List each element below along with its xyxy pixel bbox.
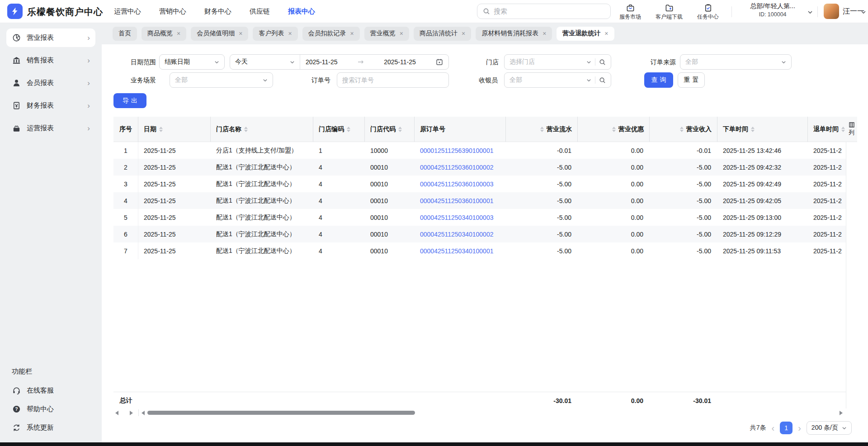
page-size-select[interactable]: 200 条/页 (807, 421, 852, 435)
scene-select[interactable]: 全部 (170, 72, 273, 88)
column-header-日期[interactable]: 日期 (138, 117, 211, 142)
column-settings-button[interactable]: 列 (846, 117, 857, 142)
store-select[interactable]: 选择门店 (504, 54, 611, 70)
sidebar-footer-item-系统更新[interactable]: 系统更新 (0, 418, 102, 437)
cell-门店名称: 配送1（宁波江北配送中心） (211, 247, 313, 255)
tab-营业概览[interactable]: 营业概览× (364, 27, 409, 41)
order-number-link[interactable]: 000042511250360100002 (415, 164, 506, 171)
sort-icon[interactable] (159, 127, 163, 132)
date-end-value[interactable]: 2025-11-25 (384, 58, 416, 66)
order-number-link[interactable]: 000042511250360100001 (415, 197, 506, 204)
cashier-select[interactable]: 全部 (504, 72, 611, 88)
tab-商品概览[interactable]: 商品概览× (142, 27, 186, 41)
scrollbar-thumb[interactable] (147, 411, 415, 415)
tab-首页[interactable]: 首页 (113, 27, 137, 41)
close-icon[interactable]: × (350, 30, 354, 37)
sidebar-footer: 功能栏 在线客服?帮助中心系统更新 (0, 367, 102, 437)
sidebar-item-财务报表[interactable]: 财务报表› (6, 96, 95, 115)
org-switcher[interactable]: 总部/年轻人第... ID: 100004 (739, 2, 807, 18)
search-icon[interactable] (599, 77, 606, 84)
column-header-门店编码[interactable]: 门店编码 (313, 117, 365, 142)
cell-门店名称: 配送1（宁波江北配送中心） (211, 163, 313, 171)
order-number-link[interactable]: 000042511250360100003 (415, 180, 506, 188)
date-range-label: 日期范围 (131, 54, 156, 70)
app-logo-icon[interactable] (7, 4, 23, 19)
close-icon[interactable]: × (239, 30, 242, 37)
sort-icon[interactable] (540, 127, 544, 132)
date-type-select[interactable]: 结账日期 (159, 54, 225, 70)
nav-item-运营中心[interactable]: 运营中心 (114, 7, 141, 16)
column-header-营业收入[interactable]: 营业收入 (650, 117, 717, 142)
sort-icon[interactable] (398, 127, 402, 132)
sort-icon[interactable] (244, 127, 248, 132)
sidebar-footer-item-帮助中心[interactable]: ?帮助中心 (0, 400, 102, 418)
order-number-link[interactable]: 000042511250340100002 (415, 231, 506, 238)
sidebar-item-运营报表[interactable]: 运营报表› (6, 119, 95, 138)
nav-item-财务中心[interactable]: 财务中心 (204, 7, 231, 16)
order-source-select[interactable]: 全部 (680, 54, 792, 70)
scroll-left-icon[interactable] (115, 411, 118, 415)
export-button[interactable]: 导出 (113, 93, 146, 108)
sort-icon[interactable] (347, 127, 350, 132)
sort-icon[interactable] (841, 127, 845, 132)
reset-button[interactable]: 重置 (678, 72, 705, 88)
quick-link-service-market[interactable]: 服务市场 (611, 2, 649, 21)
cell-日期: 2025-11-25 (138, 197, 211, 204)
nav-item-报表中心[interactable]: 报表中心 (288, 7, 315, 16)
chevron-down-icon (807, 9, 813, 16)
cell-门店代码: 00010 (365, 247, 415, 255)
sidebar-footer-item-在线客服[interactable]: 在线客服 (0, 381, 102, 400)
column-header-退单时间[interactable]: 退单时间 (808, 117, 846, 142)
scroll-right-icon[interactable] (130, 411, 133, 415)
user-avatar[interactable] (824, 4, 839, 19)
control-divider (595, 76, 595, 84)
tab-会员扣款记录[interactable]: 会员扣款记录× (302, 27, 360, 41)
sidebar-item-销售报表[interactable]: 销售报表› (6, 51, 95, 70)
sort-icon[interactable] (612, 127, 616, 132)
query-button[interactable]: 查询 (644, 72, 673, 88)
tab-原材料销售消耗报表[interactable]: 原材料销售消耗报表× (476, 27, 552, 41)
nav-item-供应链[interactable]: 供应链 (250, 7, 270, 16)
sort-icon[interactable] (751, 127, 755, 132)
nav-item-营销中心[interactable]: 营销中心 (159, 7, 186, 16)
cell-营业流水: -5.00 (506, 164, 578, 171)
global-search-input[interactable]: 搜索 (477, 4, 611, 19)
column-header-营业流水[interactable]: 营业流水 (506, 117, 578, 142)
tab-商品沽清统计[interactable]: 商品沽清统计× (414, 27, 471, 41)
date-preset-select[interactable]: 今天 (230, 55, 300, 69)
sidebar-item-会员报表[interactable]: 会员报表› (6, 74, 95, 92)
next-page-icon[interactable]: › (798, 423, 801, 432)
order-number-link[interactable]: 000012511256390100001 (415, 147, 506, 154)
column-header-门店代码[interactable]: 门店代码 (365, 117, 415, 142)
close-icon[interactable]: × (177, 30, 180, 37)
prev-page-icon[interactable]: ‹ (772, 423, 775, 432)
tab-客户列表[interactable]: 客户列表× (253, 27, 297, 41)
close-icon[interactable]: × (462, 30, 465, 37)
column-header-门店名称[interactable]: 门店名称 (211, 117, 313, 142)
close-icon[interactable]: × (604, 30, 608, 37)
column-settings-label: 列 (849, 128, 854, 137)
date-range-picker[interactable]: 今天 2025-11-25 2025-11-25 (230, 54, 449, 70)
column-header-营业优惠[interactable]: 营业优惠 (578, 117, 650, 142)
close-icon[interactable]: × (400, 30, 403, 37)
close-icon[interactable]: × (542, 30, 546, 37)
search-icon[interactable] (599, 59, 606, 66)
quick-link-task-center[interactable]: 任务中心 (689, 2, 727, 21)
order-number-link[interactable]: 000042511250340100001 (415, 247, 506, 255)
page-number-button[interactable]: 1 (780, 422, 793, 434)
tab-会员储值明细[interactable]: 会员储值明细× (191, 27, 248, 41)
scrollbar-right-arrow[interactable] (840, 411, 843, 415)
date-start-value[interactable]: 2025-11-25 (306, 58, 338, 66)
table-summary-row: 总计-30.010.00-30.01 (113, 392, 846, 408)
quick-link-client-download[interactable]: 客户端下载 (650, 2, 688, 21)
scrollbar-left-arrow[interactable] (142, 411, 145, 415)
close-icon[interactable]: × (288, 30, 292, 37)
sort-icon[interactable] (680, 127, 684, 132)
quick-link-label: 客户端下载 (656, 13, 683, 21)
order-number-link[interactable]: 000042511250340100003 (415, 214, 506, 221)
order-no-input[interactable] (337, 72, 449, 88)
column-header-下单时间[interactable]: 下单时间 (717, 117, 808, 142)
sidebar-item-营业报表[interactable]: 营业报表› (6, 28, 95, 47)
chevron-down-icon (290, 60, 295, 65)
tab-营业退款统计[interactable]: 营业退款统计× (557, 27, 614, 41)
